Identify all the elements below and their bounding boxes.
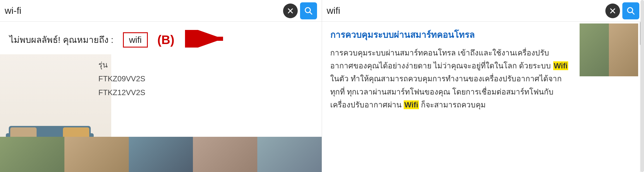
right-article-area: การควบคุมระบบผ่านสมาร์ทคอนโทรล การควบคุม… — [322, 22, 644, 172]
thumbnails-row — [0, 137, 322, 172]
right-search-button[interactable] — [622, 2, 639, 19]
product-model2: FTKZ12VV2S — [98, 86, 317, 100]
right-clear-button[interactable] — [605, 4, 620, 18]
svg-line-18 — [632, 12, 634, 14]
left-search-bar — [0, 0, 322, 22]
thumbnail-2[interactable] — [64, 137, 129, 172]
thumbnail-1[interactable] — [0, 137, 64, 172]
no-results-prefix-text: ไม่พบผลลัพธ์! คุณหมายถึง : — [9, 33, 113, 47]
product-model-label: รุ่น FTKZ09VV2S FTKZ12VV2S — [98, 58, 317, 99]
product-model1: FTKZ09VV2S — [98, 72, 317, 86]
right-thumb-2[interactable] — [609, 23, 638, 76]
left-content-area: ไม่พบผลลัพธ์! คุณหมายถึง : wifi (B) — [0, 22, 322, 172]
right-panel: การควบคุมระบบผ่านสมาร์ทคอนโทรล การควบคุม… — [322, 0, 644, 172]
left-search-input[interactable] — [5, 5, 283, 16]
product-label: รุ่น — [98, 58, 317, 72]
right-thumb-1[interactable] — [580, 23, 609, 76]
bold-b-label: (B) — [157, 33, 174, 47]
left-search-button[interactable] — [300, 2, 317, 19]
article-body-part3: ก็จะสามารถควบคุม — [419, 100, 486, 109]
right-thumbnails — [580, 23, 638, 76]
article-title: การควบคุมระบบผ่านสมาร์ทคอนโทรล — [330, 29, 571, 41]
wifi-highlight-2: Wifi — [404, 100, 419, 109]
right-search-input[interactable] — [327, 5, 605, 16]
red-arrow-icon — [185, 30, 232, 48]
scrollbar-thumb[interactable] — [640, 22, 642, 45]
thumbnail-4[interactable] — [193, 137, 257, 172]
article-body: การควบคุมระบบผ่านสมาร์ทคอนโทรล เข้าถึงแล… — [330, 46, 571, 111]
wifi-highlight-1: Wifi — [553, 61, 568, 70]
wifi-suggestion-box: wifi — [123, 32, 148, 48]
article-body-part1: การควบคุมระบบผ่านสมาร์ทคอนโทรล เข้าถึงแล… — [330, 48, 553, 70]
thumbnail-3[interactable] — [129, 137, 193, 172]
scrollbar-track — [640, 22, 642, 172]
no-results-message: ไม่พบผลลัพธ์! คุณหมายถึง : wifi (B) — [0, 22, 322, 54]
left-clear-button[interactable] — [283, 4, 298, 18]
svg-line-3 — [310, 12, 312, 14]
thumbnail-5[interactable] — [257, 137, 322, 172]
left-panel: ไม่พบผลลัพธ์! คุณหมายถึง : wifi (B) — [0, 0, 322, 172]
right-search-bar — [322, 0, 644, 22]
